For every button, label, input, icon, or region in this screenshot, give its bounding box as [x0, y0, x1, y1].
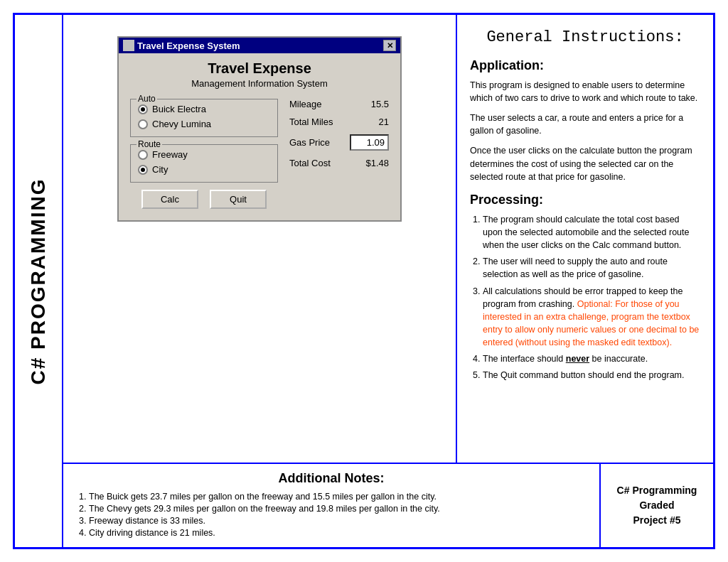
gas-price-label: Gas Price [289, 137, 330, 148]
processing-item-4-never: never [566, 354, 589, 364]
processing-item-4-before: The interface should [483, 354, 566, 364]
note-item-3: Freeway distance is 33 miles. [89, 516, 588, 526]
win-close-button[interactable]: ✕ [383, 40, 396, 51]
auto-group-label: Auto [136, 94, 157, 104]
radio-buick[interactable]: Buick Electra [138, 104, 270, 114]
titlebar-left: Travel Expense System [123, 40, 240, 51]
total-cost-label: Total Cost [289, 158, 331, 168]
note-1-text: The Buick gets 23.7 miles per gallon on … [89, 492, 437, 502]
route-group-label: Route [136, 139, 162, 149]
top-section: Travel Expense System ✕ Travel Expense M… [63, 15, 713, 463]
badge-line2: Graded [639, 499, 674, 511]
application-title: Application: [470, 56, 700, 75]
app-subtitle: Management Information System [130, 78, 389, 89]
radio-city-label: City [152, 164, 168, 175]
badge-line1: C# Programming [617, 485, 697, 496]
gas-price-row: Gas Price [289, 134, 389, 151]
app-para1: This program is designed to enable users… [470, 79, 700, 104]
win-right: Mileage 15.5 Total Miles 21 Gas Price [289, 99, 389, 209]
bottom-notes-title: Additional Notes: [75, 471, 588, 486]
route-group: Route Freeway [130, 144, 278, 183]
processing-title: Processing: [470, 190, 700, 209]
radio-dot-buick [141, 107, 145, 112]
win-left: Auto Buick Electra [130, 99, 278, 209]
processing-item-3: All calculations should be error trapped… [483, 285, 700, 350]
quit-button[interactable]: Quit [210, 190, 267, 209]
win-title: Travel Expense System [137, 40, 240, 51]
sidebar-label: C# PROGRAMMING [27, 178, 50, 384]
content-area: Travel Expense System ✕ Travel Expense M… [63, 15, 713, 547]
calc-button[interactable]: Calc [141, 190, 198, 209]
processing-item-5: The Quit command button should end the p… [483, 369, 700, 382]
mileage-label: Mileage [289, 99, 322, 109]
total-cost-value: $1.48 [365, 158, 389, 168]
app-title: Travel Expense [130, 60, 389, 77]
bottom-notes-list: The Buick gets 23.7 miles per gallon on … [75, 492, 588, 538]
radio-freeway[interactable]: Freeway [138, 149, 270, 160]
mileage-row: Mileage 15.5 [289, 99, 389, 109]
radio-chevy-label: Chevy Lumina [152, 119, 211, 129]
processing-item-4: The interface should never be inaccurate… [483, 352, 700, 365]
app-para2: The user selects a car, a route and ente… [470, 112, 700, 137]
note-3-text: Freeway distance is 33 miles. [89, 516, 205, 526]
note-4-text: City driving distance is 21 miles. [89, 528, 215, 538]
radio-freeway-label: Freeway [152, 149, 188, 160]
note-item-4: City driving distance is 21 miles. [89, 528, 588, 538]
bottom-notes: Additional Notes: The Buick gets 23.7 mi… [63, 464, 599, 547]
win-titlebar: Travel Expense System ✕ [119, 38, 400, 53]
total-cost-row: Total Cost $1.48 [289, 158, 389, 168]
processing-item-1: The program should calculate the total c… [483, 213, 700, 252]
mileage-value: 15.5 [371, 99, 389, 109]
total-miles-value: 21 [379, 117, 389, 127]
win-buttons: Calc Quit [130, 190, 278, 209]
win-body: Travel Expense Management Information Sy… [119, 53, 400, 220]
radio-circle-buick [138, 104, 148, 114]
note-2-text: The Chevy gets 29.3 miles per gallon on … [89, 504, 440, 514]
badge-text: C# Programming Graded Project #5 [617, 483, 697, 528]
radio-circle-freeway [138, 150, 148, 160]
bottom-badge: C# Programming Graded Project #5 [599, 464, 713, 547]
processing-item-4-after: be inaccurate. [589, 354, 648, 364]
gas-price-input[interactable] [350, 134, 389, 151]
total-miles-row: Total Miles 21 [289, 117, 389, 127]
radio-buick-label: Buick Electra [152, 104, 206, 114]
badge-line3: Project #5 [633, 514, 681, 526]
note-item-2: The Chevy gets 29.3 miles per gallon on … [89, 504, 588, 514]
processing-item-2: The user will need to supply the auto an… [483, 255, 700, 281]
processing-item-1-text: The program should calculate the total c… [483, 215, 690, 250]
radio-city[interactable]: City [138, 164, 270, 175]
radio-circle-city [138, 165, 148, 175]
bottom-section: Additional Notes: The Buick gets 23.7 mi… [63, 463, 713, 547]
app-panel: Travel Expense System ✕ Travel Expense M… [63, 15, 457, 463]
radio-chevy[interactable]: Chevy Lumina [138, 119, 270, 129]
win-form: Auto Buick Electra [130, 99, 389, 209]
total-miles-label: Total Miles [289, 117, 333, 127]
processing-item-2-text: The user will need to supply the auto an… [483, 256, 668, 279]
sidebar: C# PROGRAMMING [15, 15, 63, 547]
outer-border: C# PROGRAMMING Travel Expense System ✕ [13, 13, 715, 549]
processing-list: The program should calculate the total c… [470, 213, 700, 382]
win-window: Travel Expense System ✕ Travel Expense M… [117, 36, 402, 222]
radio-dot-city [141, 168, 145, 172]
main-content: C# PROGRAMMING Travel Expense System ✕ [15, 15, 713, 547]
instructions-panel: General Instructions: Application: This … [457, 15, 713, 463]
auto-group: Auto Buick Electra [130, 99, 278, 137]
processing-item-5-text: The Quit command button should end the p… [483, 370, 685, 380]
radio-circle-chevy [138, 119, 148, 129]
app-para3: Once the user clicks on the calculate bu… [470, 144, 700, 183]
note-item-1: The Buick gets 23.7 miles per gallon on … [89, 492, 588, 502]
instructions-main-title: General Instructions: [470, 26, 700, 49]
app-icon [123, 40, 134, 51]
